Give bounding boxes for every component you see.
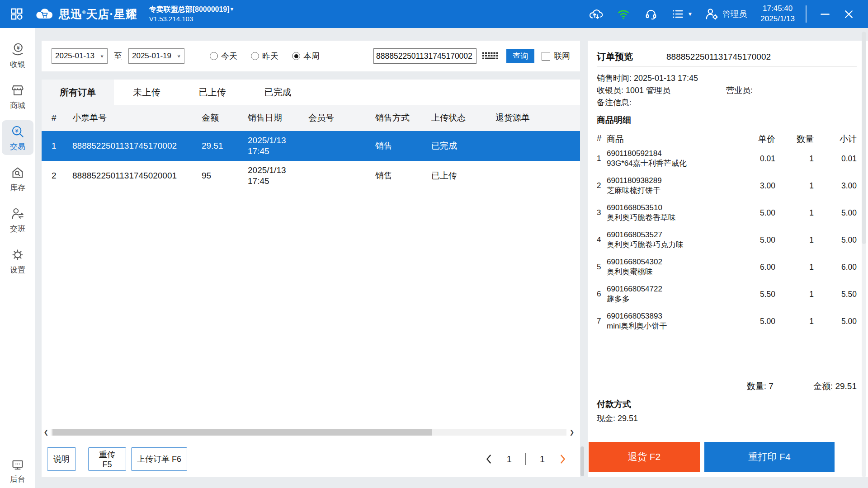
reprint-button[interactable]: 重打印 F4 (704, 442, 835, 472)
table-row[interactable]: 2 8888522501131745020001 95 2025/1/1317:… (42, 161, 580, 191)
item-name: 6901668053527奥利奥巧脆卷巧克力味 (607, 230, 735, 250)
col-header: 小票单号 (72, 112, 202, 124)
tab-not-uploaded[interactable]: 未上传 (114, 80, 179, 105)
total-pages: 1 (540, 454, 545, 465)
item-index: 3 (597, 208, 607, 217)
list-item: 2 6901180938289芝麻味梳打饼干 3.00 1 3.00 (597, 172, 857, 199)
radio-yesterday[interactable]: 昨天 (251, 51, 278, 61)
order-search-input[interactable] (373, 48, 476, 64)
table-row[interactable]: 1 8888522501131745170002 29.51 2025/1/13… (42, 131, 580, 161)
clock-date: 2025/1/13 (760, 14, 795, 24)
col-header: 会员号 (308, 112, 375, 124)
list-icon (671, 8, 684, 20)
store-selector[interactable]: 专卖联盟总部[80000019]▼ (149, 5, 235, 14)
list-item: 3 6901668053510奥利奥巧脆卷香草味 5.00 1 5.00 (597, 199, 857, 226)
sidebar-label: 设置 (10, 265, 25, 275)
keyboard-icon[interactable] (481, 50, 500, 62)
cell-index: 1 (52, 141, 72, 151)
backend-monitor-icon (10, 458, 25, 472)
scrollbar-thumb[interactable] (52, 429, 432, 436)
cashier-line: 收银员: 1001 管理员 (597, 84, 726, 97)
online-label: 联网 (554, 51, 570, 61)
sidebar-item-mall[interactable]: 商城 (2, 79, 33, 114)
apps-grid-icon[interactable] (9, 6, 24, 22)
upload-orders-button[interactable]: 上传订单 F6 (131, 447, 187, 471)
item-price: 5.00 (735, 317, 775, 326)
next-page-icon[interactable] (558, 454, 567, 465)
table-vertical-scrollbar-thumb[interactable] (580, 446, 584, 476)
horizontal-scrollbar[interactable]: ❮ ❯ (42, 428, 580, 436)
filter-bar: 2025-01-13 ∨ 至 2025-01-19 ∨ 今天 昨天 本周 查询 (42, 41, 580, 71)
scroll-left-icon[interactable]: ❮ (42, 428, 51, 436)
item-qty: 1 (775, 317, 814, 326)
wifi-icon[interactable] (616, 6, 631, 22)
item-index: 2 (597, 181, 607, 190)
prev-page-icon[interactable] (484, 454, 493, 465)
date-from-select[interactable]: 2025-01-13 ∨ (52, 48, 108, 64)
headset-icon[interactable] (643, 6, 659, 22)
date-to-value: 2025-01-19 (132, 52, 171, 61)
sidebar-item-trade[interactable]: ¥ 交易 (2, 120, 33, 155)
minimize-button[interactable] (817, 6, 833, 22)
item-qty: 1 (775, 208, 814, 218)
radio-this-week[interactable]: 本周 (292, 51, 320, 61)
sidebar-label: 库存 (10, 183, 25, 193)
sidebar-label: 收银 (10, 59, 25, 70)
clerk-label: 营业员: (726, 84, 753, 97)
order-tabs: 所有订单 未上传 已上传 已完成 (42, 80, 580, 105)
query-button[interactable]: 查询 (506, 49, 534, 63)
sidebar-label: 交班 (10, 224, 25, 234)
svg-text:¥: ¥ (15, 127, 19, 134)
preview-scrollbar-thumb[interactable] (862, 32, 866, 244)
retry-upload-button[interactable]: 重传 F5 (88, 447, 126, 471)
item-price: 5.50 (735, 290, 775, 299)
cloud-sync-icon[interactable] (588, 6, 604, 22)
cell-order-no: 8888522501131745170002 (72, 141, 202, 151)
radio-icon (210, 52, 218, 60)
cell-method: 销售 (375, 140, 431, 152)
sidebar-item-shift[interactable]: 交班 (2, 202, 33, 237)
item-index: 1 (597, 154, 607, 163)
date-to-select[interactable]: 2025-01-19 ∨ (128, 48, 184, 64)
date-from-value: 2025-01-13 (55, 52, 94, 61)
radio-label: 本周 (303, 51, 320, 61)
sidebar-item-backend[interactable]: 后台 (0, 458, 35, 484)
item-name: 6901180938289芝麻味梳打饼干 (607, 176, 735, 196)
quick-range-radios: 今天 昨天 本周 (210, 51, 320, 61)
help-button[interactable]: 说明 (47, 447, 76, 471)
task-list-menu[interactable]: ▼ (671, 8, 693, 20)
chevron-down-icon: ▼ (687, 11, 693, 17)
list-item: 6 6901668054722趣多多 5.50 1 5.50 (597, 281, 857, 308)
user-gear-icon (705, 7, 719, 21)
refund-button[interactable]: 退货 F2 (589, 442, 700, 472)
current-user[interactable]: 管理员 (705, 7, 747, 21)
cell-method: 销售 (375, 170, 431, 182)
tab-uploaded[interactable]: 已上传 (179, 80, 245, 105)
total-amount: 金额: 29.51 (813, 380, 857, 392)
col-header: 销售日期 (248, 112, 308, 124)
list-item: 7 6901668053893mini奥利奥小饼干 5.00 1 5.00 (597, 308, 857, 335)
radio-today[interactable]: 今天 (210, 51, 237, 61)
tab-completed[interactable]: 已完成 (245, 80, 311, 105)
date-range-to-label: 至 (114, 51, 122, 61)
scrollbar-track[interactable] (51, 429, 566, 436)
sidebar-item-settings[interactable]: 设置 (2, 244, 33, 278)
radio-label: 今天 (221, 51, 237, 61)
item-subtotal: 0.01 (814, 154, 857, 164)
item-index: 5 (597, 263, 607, 272)
cell-date: 2025/1/1317:45 (248, 165, 308, 187)
sidebar-item-stock[interactable]: 库存 (2, 161, 33, 196)
cell-status: 已上传 (431, 170, 495, 182)
online-checkbox-group[interactable]: 联网 (542, 51, 570, 61)
scroll-right-icon[interactable]: ❯ (567, 428, 576, 436)
item-qty: 1 (775, 154, 814, 164)
item-name: 6901668054302奥利奥蜜桃味 (607, 257, 735, 277)
close-button[interactable] (841, 6, 856, 22)
tab-all-orders[interactable]: 所有订单 (42, 80, 114, 105)
checkbox-icon[interactable] (542, 52, 550, 61)
sidebar-item-cashier[interactable]: ¥ 收银 (2, 38, 33, 73)
pagination: 1 1 (484, 444, 567, 474)
store-caret-icon: ▼ (230, 6, 235, 12)
radio-icon (251, 52, 259, 60)
item-subtotal: 6.00 (814, 263, 857, 272)
